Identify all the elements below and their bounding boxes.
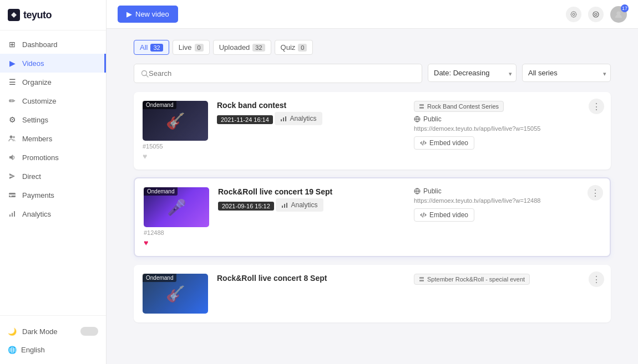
- series-name: Sptember Rock&Roll - special event: [427, 276, 525, 283]
- video-info: Rock&Roll live concert 8 Sept: [217, 274, 405, 285]
- video-date: 2021-09-16 15:12: [218, 202, 274, 211]
- card-menu-button[interactable]: ⋮: [588, 185, 603, 201]
- svg-point-10: [595, 13, 597, 16]
- embed-button[interactable]: Embed video: [414, 208, 474, 222]
- tab-uploaded-label: Uploaded: [219, 43, 250, 52]
- embed-btn-label: Embed video: [429, 139, 468, 147]
- embed-button[interactable]: Embed video: [414, 136, 474, 150]
- series-tag: Sptember Rock&Roll - special event: [414, 274, 530, 285]
- sort-select[interactable]: Date: Decreasing Date: Increasing Title:…: [428, 64, 517, 82]
- sidebar-item-settings[interactable]: ⚙ Settings: [0, 110, 106, 129]
- video-thumb-wrap: 🎤 Ondemand #12488 ♥: [144, 187, 209, 247]
- video-card: 🎤 Ondemand #12488 ♥ Rock&Roll live conce…: [134, 177, 611, 257]
- sidebar-item-organize[interactable]: ☰ Organize: [0, 73, 106, 91]
- sidebar-item-label: Dashboard: [22, 40, 58, 49]
- visibility-label: Public: [423, 115, 442, 123]
- tab-live-label: Live: [179, 43, 192, 52]
- sidebar: teyuto ⊞ Dashboard ▶ Videos ☰ Organize ✏…: [0, 0, 107, 364]
- videos-icon: ▶: [8, 59, 17, 68]
- user-avatar[interactable]: 17: [610, 6, 627, 23]
- analytics-icon: [280, 115, 287, 122]
- video-url: https://demoex.teyuto.tv/app/live/live?w…: [414, 125, 602, 132]
- svg-point-12: [142, 70, 147, 75]
- ondemand-badge: Ondemand: [143, 274, 176, 282]
- video-title: Rock&Roll live concert 8 Sept: [217, 274, 405, 283]
- svg-rect-15: [285, 116, 286, 121]
- dark-mode-toggle[interactable]: 🌙 Dark Mode: [8, 322, 98, 340]
- globe-icon: [414, 188, 421, 194]
- search-input[interactable]: [149, 64, 415, 83]
- card-menu-button[interactable]: ⋮: [589, 271, 604, 287]
- tab-live-count: 0: [195, 44, 204, 52]
- search-wrapper: [134, 64, 422, 83]
- video-info: Rock band contest 2021-11-24 16:14 Analy…: [217, 101, 405, 129]
- sidebar-footer: 🌙 Dark Mode 🌐 English: [0, 315, 106, 364]
- play-icon: ▶: [126, 10, 132, 18]
- tab-all-count: 32: [150, 44, 163, 52]
- svg-rect-14: [283, 117, 284, 121]
- sidebar-item-dashboard[interactable]: ⊞ Dashboard: [0, 35, 106, 54]
- svg-rect-21: [286, 203, 287, 208]
- sidebar-item-direct[interactable]: Direct: [0, 167, 106, 186]
- settings-icon: ⚙: [8, 115, 17, 124]
- sidebar-item-label: Customize: [22, 97, 56, 105]
- video-title: Rock band contest: [217, 101, 405, 110]
- tab-all[interactable]: All 32: [134, 40, 169, 55]
- sidebar-item-payments[interactable]: Payments: [0, 186, 106, 204]
- toggle-switch[interactable]: [80, 327, 98, 336]
- topbar: ▶ New video 17: [107, 0, 638, 29]
- tab-uploaded-count: 32: [252, 44, 265, 52]
- series-icon: [419, 276, 424, 282]
- svg-rect-4: [10, 196, 12, 197]
- dark-mode-label: Dark Mode: [22, 327, 58, 336]
- logo: teyuto: [0, 0, 106, 30]
- sidebar-item-members[interactable]: Members: [0, 129, 106, 148]
- logo-icon: [8, 9, 20, 21]
- members-icon: [8, 134, 17, 143]
- series-select[interactable]: All series: [522, 64, 611, 82]
- svg-rect-19: [282, 206, 283, 208]
- embed-icon: [420, 212, 427, 218]
- sidebar-nav: ⊞ Dashboard ▶ Videos ☰ Organize ✏ Custom…: [0, 30, 106, 315]
- sidebar-item-label: Members: [22, 135, 52, 143]
- language-selector[interactable]: 🌐 English: [8, 342, 98, 357]
- video-info: Rock&Roll live concert 19 Sept 2021-09-1…: [218, 187, 405, 215]
- promotions-icon: [8, 153, 17, 162]
- public-visibility: Public: [414, 187, 601, 195]
- language-label: English: [21, 346, 45, 354]
- sidebar-item-analytics[interactable]: Analytics: [0, 204, 106, 223]
- settings-topbar-button[interactable]: [566, 7, 581, 22]
- gear-topbar-button[interactable]: [588, 7, 604, 22]
- svg-point-0: [10, 136, 13, 139]
- analytics-icon: [8, 209, 17, 218]
- svg-rect-13: [281, 119, 282, 121]
- analytics-btn-label: Analytics: [290, 115, 316, 122]
- notification-badge: 17: [621, 4, 629, 12]
- sidebar-item-customize[interactable]: ✏ Customize: [0, 91, 106, 110]
- tab-quiz-label: Quiz: [281, 43, 296, 52]
- heart-icon[interactable]: ♥: [144, 238, 209, 247]
- video-date: 2021-11-24 16:14: [217, 115, 273, 124]
- tab-quiz[interactable]: Quiz 0: [275, 40, 313, 55]
- analytics-button[interactable]: Analytics: [275, 112, 322, 125]
- moon-icon: 🌙: [8, 327, 17, 336]
- embed-icon: [420, 140, 427, 146]
- sidebar-item-promotions[interactable]: Promotions: [0, 148, 106, 167]
- svg-rect-3: [9, 194, 16, 196]
- video-card: 🎸 Ondemand Rock&Roll live concert 8 Sept…: [134, 265, 611, 322]
- heart-icon[interactable]: ♥: [143, 152, 208, 161]
- video-meta: Sptember Rock&Roll - special event: [414, 274, 602, 288]
- sidebar-item-videos[interactable]: ▶ Videos: [0, 54, 106, 73]
- video-meta: Rock Band Contest Series Public https://…: [414, 101, 602, 150]
- filter-tabs: All 32 Live 0 Uploaded 32 Quiz 0: [134, 40, 611, 55]
- tab-uploaded[interactable]: Uploaded 32: [213, 40, 271, 55]
- new-video-button[interactable]: ▶ New video: [118, 6, 178, 23]
- tab-live[interactable]: Live 0: [173, 40, 210, 55]
- analytics-icon: [281, 202, 288, 208]
- analytics-button[interactable]: Analytics: [276, 198, 323, 212]
- organize-icon: ☰: [8, 78, 17, 86]
- card-menu-button[interactable]: ⋮: [589, 99, 604, 114]
- concert-icon: 🎸: [166, 285, 185, 303]
- svg-point-9: [593, 12, 599, 17]
- topbar-right: 17: [566, 6, 627, 23]
